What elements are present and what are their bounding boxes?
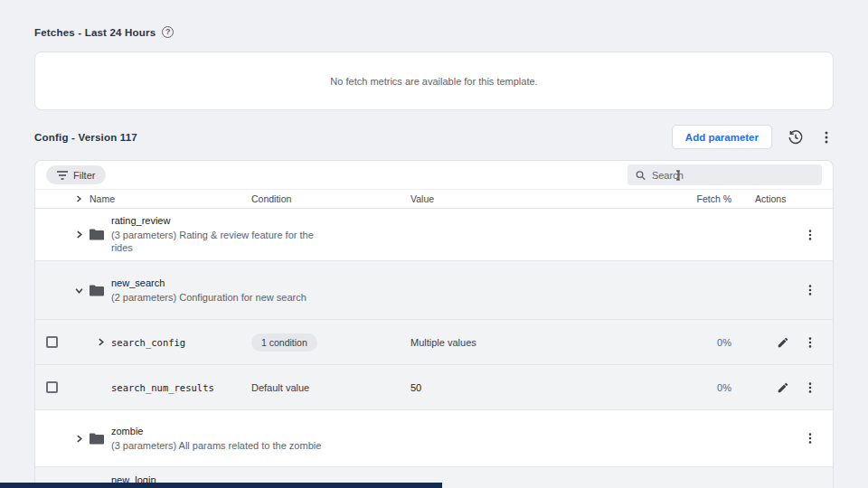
search-box[interactable]: [627, 164, 822, 185]
chevron-right-icon[interactable]: [90, 338, 111, 346]
row-kebab-icon[interactable]: [804, 381, 816, 394]
fetch-empty-message: No fetch metrics are available for this …: [330, 76, 537, 87]
chevron-right-icon[interactable]: [68, 230, 90, 239]
row-checkbox[interactable]: [46, 336, 58, 348]
table-row-search-num-results[interactable]: search_num_results Default value 50 0%: [35, 365, 833, 410]
row-kebab-icon[interactable]: [804, 336, 816, 349]
fetch-percent: 0%: [677, 337, 731, 348]
column-condition[interactable]: Condition: [251, 193, 410, 204]
column-name[interactable]: Name: [90, 193, 251, 204]
page: Fetches - Last 24 Hours ? No fetch metri…: [0, 0, 868, 488]
condition-text: Default value: [251, 382, 410, 393]
edit-pencil-icon[interactable]: [777, 381, 789, 394]
text-cursor-icon: [675, 170, 682, 181]
fetches-title: Fetches - Last 24 Hours: [34, 27, 156, 38]
column-value[interactable]: Value: [410, 193, 677, 204]
folder-icon: [90, 285, 111, 296]
folder-icon: [90, 229, 111, 240]
param-name: search_num_results: [111, 382, 251, 393]
group-description: (3 parameters) All params related to the…: [111, 439, 321, 452]
filter-label: Filter: [73, 170, 95, 181]
param-name: search_config: [111, 337, 251, 348]
group-info: new_search (2 parameters) Configuration …: [111, 277, 307, 304]
group-info: rating_review (3 parameters) Rating & re…: [111, 215, 325, 254]
row-checkbox[interactable]: [46, 381, 58, 393]
row-kebab-icon[interactable]: [804, 432, 816, 445]
fetches-header: Fetches - Last 24 Hours ?: [34, 26, 834, 38]
group-description: (2 parameters) Configuration for new sea…: [111, 291, 307, 304]
fetch-percent: 0%: [677, 382, 731, 393]
table-row-search-config[interactable]: search_config 1 condition Multiple value…: [35, 320, 833, 365]
group-name: zombie: [111, 426, 321, 436]
row-kebab-icon[interactable]: [804, 229, 816, 241]
group-info: zombie (3 parameters) All params related…: [111, 426, 321, 452]
config-kebab-icon[interactable]: [819, 130, 834, 145]
param-value: 50: [410, 382, 677, 393]
chevron-right-icon[interactable]: [68, 435, 90, 443]
folder-icon: [90, 433, 111, 445]
table-row-rating-review[interactable]: rating_review (3 parameters) Rating & re…: [35, 209, 833, 261]
param-value: Multiple values: [410, 337, 677, 348]
filter-icon: [57, 171, 68, 180]
config-actions: Add parameter: [672, 125, 834, 149]
chevron-down-icon[interactable]: [68, 286, 90, 295]
row-kebab-icon[interactable]: [804, 284, 816, 296]
config-header: Config - Version 117 Add parameter: [34, 125, 834, 149]
filter-button[interactable]: Filter: [46, 165, 106, 184]
table-toolbar: Filter: [35, 161, 833, 190]
group-name: new_search: [111, 277, 307, 288]
condition-badge: 1 condition: [251, 333, 317, 352]
table-header-row: Name Condition Value Fetch % Actions: [35, 190, 833, 209]
column-actions: Actions: [731, 193, 833, 204]
playback-progress-bar: [0, 483, 442, 488]
fetch-metrics-card: No fetch metrics are available for this …: [34, 52, 834, 110]
search-icon: [636, 170, 646, 181]
group-name: rating_review: [111, 215, 325, 226]
config-table-card: Filter Name Condition Value Fetch %: [34, 160, 834, 488]
header-expand-all-icon[interactable]: [68, 195, 90, 202]
column-fetch[interactable]: Fetch %: [677, 193, 731, 204]
history-icon[interactable]: [788, 129, 804, 145]
table-row-new-search[interactable]: new_search (2 parameters) Configuration …: [35, 261, 833, 320]
group-description: (3 parameters) Rating & review feature f…: [111, 229, 325, 254]
edit-pencil-icon[interactable]: [777, 336, 789, 349]
add-parameter-button[interactable]: Add parameter: [672, 125, 772, 149]
config-title: Config - Version 117: [34, 132, 137, 143]
table-row-zombie[interactable]: zombie (3 parameters) All params related…: [35, 410, 833, 467]
help-icon[interactable]: ?: [162, 26, 174, 38]
